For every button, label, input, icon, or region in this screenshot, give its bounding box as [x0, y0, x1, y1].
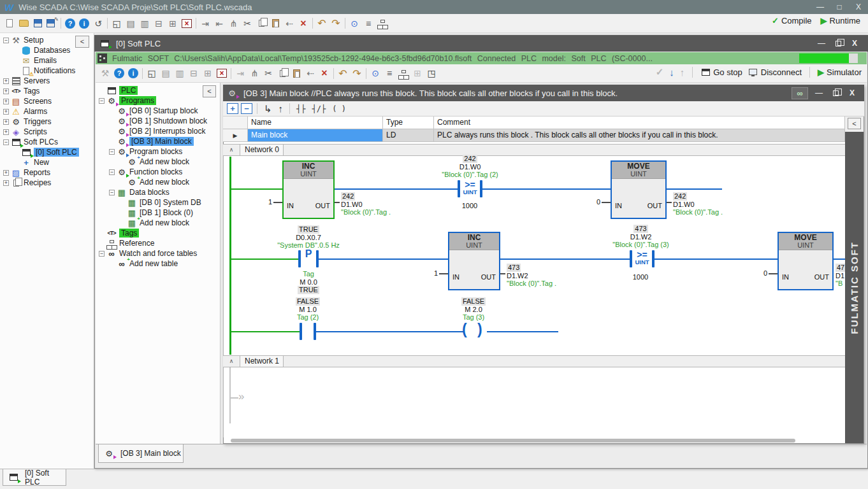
inc-block-1[interactable]: INCUINT IN OUT: [282, 160, 335, 219]
expander-icon[interactable]: +: [3, 109, 9, 115]
export-icon[interactable]: ⇤: [212, 17, 226, 31]
tools-icon[interactable]: ⚒: [98, 66, 112, 80]
download-icon[interactable]: ↓: [669, 67, 674, 78]
network1-header[interactable]: ∧ Network 1: [223, 355, 845, 367]
branch-icon[interactable]: ⋔: [226, 17, 240, 31]
open-project-icon[interactable]: [17, 17, 31, 31]
sidebar-item-screens[interactable]: +▤Screens: [0, 96, 94, 106]
delete-icon[interactable]: ×: [296, 17, 310, 31]
tree-item-data-blocks[interactable]: −▦Data blocks: [96, 187, 220, 197]
simulator-button[interactable]: ▶Simulator: [818, 67, 862, 77]
add-network-button[interactable]: +: [227, 103, 238, 114]
sidebar-item-alarms[interactable]: +⚠Alarms: [0, 106, 94, 117]
sidebar-item-soft-plcs[interactable]: −Soft PLCs: [0, 137, 94, 147]
history-icon[interactable]: ↺: [91, 17, 105, 31]
minimize-button[interactable]: —: [811, 3, 830, 11]
plc-document-tab[interactable]: [0] Soft PLC: [3, 469, 66, 486]
expander-icon[interactable]: +: [3, 99, 9, 104]
runtime-button[interactable]: ▶Runtime: [821, 16, 860, 25]
coil-icon[interactable]: ( ): [330, 104, 348, 113]
expander-icon[interactable]: +: [3, 78, 9, 84]
tree-item-add-program-block[interactable]: ⚙+Add new block: [96, 157, 220, 167]
close-button[interactable]: X: [846, 39, 863, 48]
copy-icon[interactable]: [254, 17, 268, 31]
branch-down-icon[interactable]: ↳: [262, 103, 274, 115]
expander-icon[interactable]: −: [3, 139, 9, 145]
expander-icon[interactable]: +: [3, 89, 9, 94]
network1-canvas[interactable]: [223, 367, 845, 437]
sidebar-item-tags[interactable]: +<T>Tags: [0, 86, 94, 96]
tree-item-add-watch-table[interactable]: ∞+Add new table: [96, 259, 220, 269]
tree-item-reference[interactable]: Reference: [96, 238, 220, 248]
disconnect-button[interactable]: Disconnect: [748, 67, 802, 77]
fit-view-icon[interactable]: ◱: [110, 17, 124, 31]
contact-nc-icon[interactable]: ┤/├: [310, 104, 328, 113]
save-icon[interactable]: [31, 17, 45, 31]
tree-item-ob1[interactable]: ⚙[OB 1] Shutdown block: [96, 116, 220, 126]
column-header-type[interactable]: Type: [383, 117, 434, 129]
layout-columns-icon[interactable]: ▥: [138, 17, 152, 31]
expander-icon[interactable]: −: [3, 38, 9, 43]
watch-mode-button[interactable]: ∞: [792, 87, 808, 99]
sidebar-item-new-plc[interactable]: +New: [0, 157, 94, 167]
grid-icon[interactable]: ⊞: [410, 66, 424, 80]
join-icon[interactable]: ⇠: [282, 17, 296, 31]
network-collapse-icon[interactable]: ∧: [223, 356, 240, 367]
block-type-cell[interactable]: LD: [383, 129, 434, 142]
block-comment-cell[interactable]: PLC always runs this block . This block …: [434, 129, 845, 142]
layout-split-icon[interactable]: ⊟: [187, 66, 201, 80]
info-icon[interactable]: i: [77, 17, 91, 31]
tree-item-plc[interactable]: PLC: [96, 85, 220, 96]
import-icon[interactable]: ⇥: [233, 66, 247, 80]
undo-icon[interactable]: ↶: [315, 17, 329, 31]
sidebar-item-notifications[interactable]: ⚠Notifications: [0, 66, 94, 76]
close-window-icon[interactable]: ×: [215, 66, 229, 80]
ladder-window-titlebar[interactable]: ⚙ [OB 3] Main block //PLC always runs th…: [223, 85, 864, 101]
expander-icon[interactable]: +: [3, 129, 9, 135]
layout-columns-icon[interactable]: ▥: [173, 66, 187, 80]
sidebar-item-triggers[interactable]: +⚙Triggers: [0, 117, 94, 127]
paste-icon[interactable]: [268, 17, 282, 31]
cut-icon[interactable]: ✂: [261, 66, 275, 80]
close-button[interactable]: X: [844, 89, 860, 97]
tree-item-ob3-main-block[interactable]: ⚙[OB 3] Main block: [96, 136, 220, 146]
expander-icon[interactable]: −: [99, 98, 105, 104]
network-collapse-icon[interactable]: ∧: [223, 145, 240, 155]
tree-item-watch-tables[interactable]: −∞Watch and force tables: [96, 248, 220, 259]
help-icon[interactable]: ?: [112, 66, 126, 80]
export-file-icon[interactable]: ≡: [361, 17, 375, 31]
help-icon[interactable]: ?: [63, 17, 77, 31]
import-icon[interactable]: ⇥: [198, 17, 212, 31]
copy-icon[interactable]: [275, 66, 289, 80]
minimize-button[interactable]: —: [811, 89, 827, 97]
sidebar-item-reports[interactable]: +▨Reports: [0, 167, 94, 178]
horizontal-scrollbar[interactable]: [231, 439, 795, 443]
info-icon[interactable]: i: [126, 66, 140, 80]
block-name-cell[interactable]: Main block: [248, 129, 383, 142]
network0-header[interactable]: ∧ Network 0: [223, 144, 845, 156]
ladder-document-tab[interactable]: ⚙ [OB 3] Main block: [98, 444, 184, 463]
move-block-2[interactable]: MOVEUINT IN OUT: [778, 232, 834, 290]
sidebar-item-scripts[interactable]: +◈Scripts: [0, 127, 94, 137]
new-file-icon[interactable]: [3, 17, 17, 31]
branch-up-icon[interactable]: ↑: [277, 103, 286, 114]
layout-grid-icon[interactable]: ⊞: [166, 17, 180, 31]
layout-split-icon[interactable]: ⊟: [152, 17, 166, 31]
tree-item-db0-system-db[interactable]: ▦[DB 0] System DB: [96, 197, 220, 208]
restore-button[interactable]: [830, 41, 846, 46]
sidebar-collapse-button[interactable]: <: [75, 36, 89, 48]
close-button[interactable]: X: [849, 3, 868, 11]
maximize-button[interactable]: □: [830, 3, 849, 11]
search-icon[interactable]: ⊙: [347, 17, 361, 31]
save-as-icon[interactable]: ✎: [45, 17, 59, 31]
tree-item-function-blocks[interactable]: −⚙Function blocks: [96, 167, 220, 177]
expander-icon[interactable]: +: [3, 180, 9, 186]
undo-icon[interactable]: ↶: [336, 66, 350, 80]
expander-icon[interactable]: −: [99, 251, 105, 257]
coil-right[interactable]: ): [477, 321, 482, 337]
plc-window-titlebar[interactable]: [0] Soft PLC — X: [94, 35, 868, 52]
sidebar-item-servers[interactable]: +Servers: [0, 76, 94, 86]
tree-item-program-blocks[interactable]: −⚙Program blocks: [96, 146, 220, 157]
close-window-icon[interactable]: ×: [180, 17, 194, 31]
remove-network-button[interactable]: −: [241, 103, 252, 114]
